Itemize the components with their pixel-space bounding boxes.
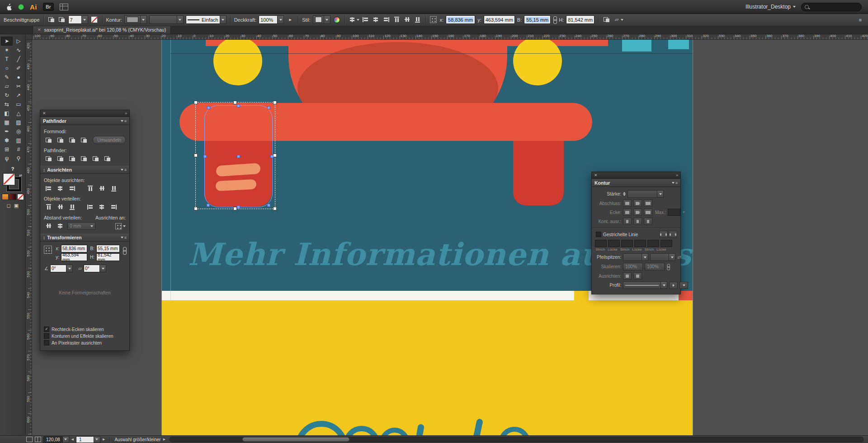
align-center-button[interactable] xyxy=(56,185,65,192)
pencil-tool[interactable]: ✎ xyxy=(1,73,13,82)
align-middle-button[interactable] xyxy=(97,185,106,192)
hand-tool[interactable]: ψ xyxy=(1,154,13,163)
stroke-align-outside-button[interactable] xyxy=(644,218,652,225)
symbol-sprayer-tool[interactable]: ✽ xyxy=(1,136,13,145)
checkbox-checked[interactable]: ✓ xyxy=(44,326,49,332)
chevron-down-icon[interactable] xyxy=(82,15,88,24)
cap-projecting-button[interactable] xyxy=(644,200,652,207)
gap-field[interactable] xyxy=(608,240,620,247)
ausrichten-panel-tab[interactable]: ↕ Ausrichten ≡ xyxy=(40,166,129,174)
screen-mode-icon[interactable]: ▣ xyxy=(14,203,19,209)
weight-combo[interactable] xyxy=(627,190,664,198)
horizontal-scrollbar[interactable] xyxy=(170,437,863,442)
pixel-grid-checkbox[interactable]: An Pixelraster ausrichten xyxy=(44,340,126,345)
align-bottom-button[interactable] xyxy=(109,185,118,192)
align-left-button[interactable] xyxy=(44,185,53,192)
artboard-tool[interactable]: ⊞ xyxy=(1,145,13,154)
none-mode-button[interactable] xyxy=(17,194,24,200)
x-field[interactable]: 58,836 mm xyxy=(446,15,475,24)
stroke-align-center-button[interactable] xyxy=(623,218,632,225)
arrow-scale-start-field[interactable]: 100% xyxy=(623,263,643,270)
y-field[interactable]: 463,594 mm xyxy=(484,15,515,24)
flip-across-button[interactable] xyxy=(679,282,688,289)
dash-field[interactable] xyxy=(595,240,607,247)
rotate-angle-combo[interactable]: 0° xyxy=(50,265,73,272)
ellipse-tool[interactable]: ○ xyxy=(1,64,13,73)
chevron-down-icon[interactable] xyxy=(63,436,69,443)
align-left-button[interactable] xyxy=(362,16,370,24)
cyan-shape-2[interactable] xyxy=(668,39,689,49)
artboard-navigation[interactable]: 1 xyxy=(76,436,100,443)
panel-menu-icon[interactable]: ≡ xyxy=(121,235,127,240)
scale-strokes-checkbox[interactable]: Konturen und Effekte skalieren xyxy=(44,333,126,339)
selection-handle[interactable] xyxy=(273,101,277,104)
align-bottom-button[interactable] xyxy=(414,16,422,24)
style-dropdown[interactable] xyxy=(313,15,330,24)
outline-button[interactable] xyxy=(91,155,100,162)
transform-options-icon[interactable] xyxy=(602,16,610,24)
arrowhead-end-combo[interactable] xyxy=(650,253,675,261)
constrain-proportions-icon[interactable] xyxy=(553,16,557,23)
selection-handle[interactable] xyxy=(233,101,237,104)
chevron-down-icon[interactable] xyxy=(324,15,330,24)
yellow-accent[interactable] xyxy=(574,291,589,300)
shape-builder-tool[interactable]: ◧ xyxy=(1,109,13,118)
selection-handle[interactable] xyxy=(194,207,198,210)
panel-menu-icon[interactable]: ≡ xyxy=(121,168,127,172)
join-round-button[interactable] xyxy=(633,209,642,216)
align-to-dropdown[interactable] xyxy=(114,223,126,230)
distribute-right-button[interactable] xyxy=(109,203,118,210)
selection-handle[interactable] xyxy=(273,207,277,210)
minus-front-button[interactable] xyxy=(56,136,65,144)
opacity-dropdown[interactable]: 100% xyxy=(259,15,284,24)
scale-corners-checkbox[interactable]: ✓ Rechteck-Ecken skalieren xyxy=(44,326,126,332)
horizontal-ruler[interactable]: 1009080706050403020100102030405060708090… xyxy=(32,34,868,40)
selection-handle[interactable] xyxy=(194,101,198,104)
align-right-button[interactable] xyxy=(67,185,76,192)
transform-reference-icon[interactable] xyxy=(429,16,438,24)
align-top-button[interactable] xyxy=(85,185,94,192)
paintbrush-tool[interactable]: ✐ xyxy=(13,64,24,73)
free-transform-tool[interactable]: ▭ xyxy=(13,100,24,109)
align-options-dropdown[interactable] xyxy=(349,16,359,24)
arrow-align-end-button[interactable] xyxy=(633,272,642,280)
anchor-point[interactable] xyxy=(237,205,240,209)
column-graph-tool[interactable]: ▥ xyxy=(13,136,24,145)
distribute-top-button[interactable] xyxy=(44,203,53,210)
dash-preserve-button[interactable] xyxy=(659,231,668,238)
status-menu-icon[interactable]: ▶ xyxy=(163,438,165,441)
distribute-vcenter-button[interactable] xyxy=(56,203,65,210)
document-tab[interactable]: ✕ saxoprint_Reiseplakat.ai* bei 120,08 %… xyxy=(33,26,171,34)
selection-tool[interactable]: ➤ xyxy=(1,37,13,46)
transformieren-panel-tab[interactable]: ↕ Transformieren ≡ xyxy=(40,233,129,242)
zoom-control[interactable]: 120,08 xyxy=(43,436,69,443)
anchor-point[interactable] xyxy=(207,106,210,109)
search-input[interactable] xyxy=(801,3,862,11)
anchor-point-center[interactable] xyxy=(237,155,240,158)
anchor-point[interactable] xyxy=(207,204,210,207)
help-icon[interactable]: ? xyxy=(11,166,14,172)
minus-back-button[interactable] xyxy=(103,155,112,162)
edit-contents-icon[interactable] xyxy=(47,16,56,24)
zoom-tool[interactable]: ⚲ xyxy=(13,154,24,163)
fill-stroke-control[interactable]: ⇄ xyxy=(3,173,22,191)
scissors-tool[interactable]: ✂ xyxy=(13,82,24,91)
close-panel-icon[interactable]: ✕ xyxy=(42,111,46,116)
link-scale-icon[interactable] xyxy=(667,264,670,270)
align-center-button[interactable] xyxy=(372,16,380,24)
height-field[interactable]: 81,542 mm xyxy=(566,15,594,24)
intersect-button[interactable] xyxy=(67,136,76,144)
fill-swatch-none[interactable] xyxy=(3,173,15,185)
anchor-point[interactable] xyxy=(267,106,270,109)
dash-field[interactable] xyxy=(621,240,633,247)
selection-handle[interactable] xyxy=(233,207,237,210)
crop-button[interactable] xyxy=(79,155,88,162)
collapse-panel-icon[interactable]: » xyxy=(676,173,678,177)
bridge-button[interactable]: Br xyxy=(43,3,54,11)
chevron-down-icon[interactable] xyxy=(141,15,147,24)
umwandeln-button[interactable]: Umwandeln xyxy=(93,136,126,144)
reference-point-selector[interactable] xyxy=(44,246,52,254)
transform-height-field[interactable]: 81,542 mm xyxy=(96,253,120,261)
recolor-artwork-icon[interactable] xyxy=(333,16,341,24)
transform-y-field[interactable]: 463,594 mm xyxy=(61,253,87,261)
